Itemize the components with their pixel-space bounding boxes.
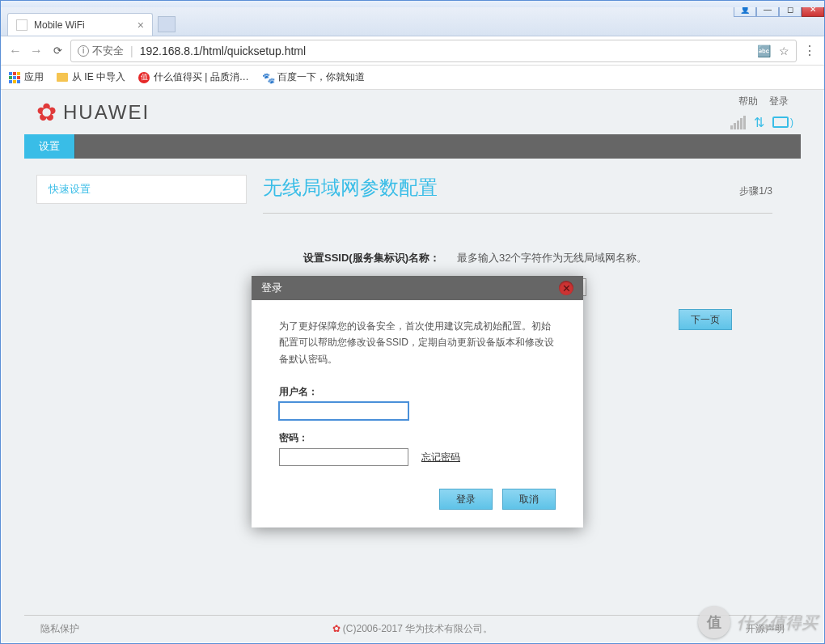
modal-close-button[interactable]: ✕ — [559, 281, 573, 295]
translate-icon[interactable]: 🔤 — [757, 44, 771, 57]
info-icon: i — [78, 45, 89, 57]
baidu-paw-icon: 🐾 — [262, 72, 273, 83]
login-link[interactable]: 登录 — [769, 95, 789, 108]
ssid-label: 设置SSID(服务集标识)名称： — [303, 251, 457, 265]
window-titlebar — [1, 1, 824, 7]
apps-shortcut[interactable]: 应用 — [9, 70, 44, 84]
browser-menu-button[interactable]: ⋮ — [802, 43, 818, 58]
main-nav: 设置 — [24, 134, 801, 159]
reload-button[interactable]: ⟳ — [49, 43, 66, 59]
huawei-petal-icon: ✿ — [36, 98, 57, 126]
watermark: 值 什么值得买 — [698, 606, 818, 638]
password-input[interactable] — [279, 448, 408, 466]
bookmark-baidu[interactable]: 🐾 百度一下，你就知道 — [262, 70, 365, 84]
next-button[interactable]: 下一页 — [679, 309, 732, 330]
sidebar-quick-setup[interactable]: 快速设置 — [36, 175, 247, 204]
modal-cancel-button[interactable]: 取消 — [502, 489, 556, 510]
apps-grid-icon — [9, 72, 20, 83]
bookmark-star-icon[interactable]: ☆ — [779, 44, 789, 57]
bookmark-ie-import[interactable]: 从 IE 中导入 — [57, 70, 125, 84]
security-indicator[interactable]: i 不安全 — [78, 44, 124, 58]
page-title: 无线局域网参数配置 — [263, 175, 438, 201]
wifi-clients-icon — [772, 117, 789, 128]
tab-title: Mobile WiFi — [34, 19, 85, 31]
folder-icon — [57, 73, 68, 82]
back-button[interactable]: ← — [7, 43, 23, 59]
huawei-logo: ✿ HUAWEI — [36, 98, 150, 126]
forgot-password-link[interactable]: 忘记密码 — [421, 451, 460, 464]
step-indicator: 步骤1/3 — [739, 184, 772, 198]
bookmark-smzdm[interactable]: 值 什么值得买 | 品质消… — [138, 70, 249, 84]
modal-title: 登录 — [261, 281, 282, 295]
watermark-text: 什么值得买 — [737, 612, 818, 633]
url-text: 192.168.8.1/html/quicksetup.html — [140, 44, 306, 57]
nav-settings-tab[interactable]: 设置 — [24, 134, 75, 159]
password-label: 密码： — [279, 431, 556, 445]
tab-close-icon[interactable]: × — [138, 19, 144, 32]
browser-tab[interactable]: Mobile WiFi × — [7, 13, 153, 36]
username-input[interactable] — [279, 402, 408, 420]
login-modal: 登录 ✕ 为了更好保障您的设备安全，首次使用建议完成初始配置。初始配置可以帮助您… — [252, 276, 583, 527]
watermark-badge: 值 — [698, 606, 730, 638]
copyright: ✿(C)2006-2017 华为技术有限公司。 — [79, 622, 746, 636]
username-label: 用户名： — [279, 385, 556, 399]
signal-icon — [730, 116, 746, 129]
ssid-description: 最多输入32个字符作为无线局域网名称。 — [457, 251, 647, 265]
help-link[interactable]: 帮助 — [738, 95, 758, 108]
new-tab-button[interactable] — [158, 16, 176, 32]
forward-button[interactable]: → — [28, 43, 44, 59]
smzdm-icon: 值 — [138, 72, 150, 83]
data-transfer-icon: ⇅ — [754, 115, 764, 130]
privacy-link[interactable]: 隐私保护 — [40, 622, 79, 636]
tab-favicon — [16, 19, 28, 31]
address-bar[interactable]: i 不安全 | 192.168.8.1/html/quicksetup.html… — [70, 40, 797, 62]
modal-message: 为了更好保障您的设备安全，首次使用建议完成初始配置。初始配置可以帮助您修改设备S… — [279, 318, 556, 367]
modal-login-button[interactable]: 登录 — [439, 489, 493, 510]
